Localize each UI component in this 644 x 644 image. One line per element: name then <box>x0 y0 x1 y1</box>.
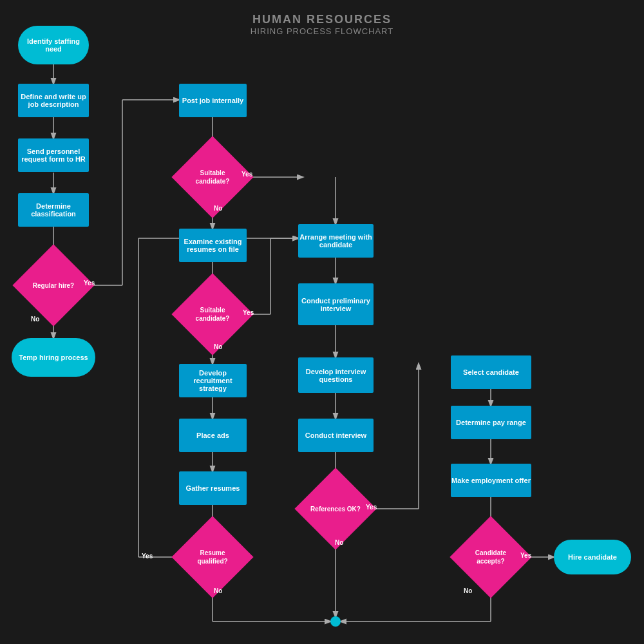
conduct-interview-node: Conduct interview <box>298 419 374 452</box>
identify-staffing-node: Identify staffing need <box>18 26 89 64</box>
gather-resumes-node: Gather resumes <box>179 471 247 505</box>
candidate-yes-label: Yes <box>520 552 531 559</box>
suitable-candidate2-node: Suitable candidate? <box>184 285 242 343</box>
references-ok-node: References OK? <box>307 480 365 538</box>
hire-candidate-node: Hire candidate <box>554 540 631 574</box>
candidate-accepts-node: Candidate accepts? <box>462 528 520 586</box>
regular-hire-no-label: No <box>31 316 39 323</box>
develop-recruitment-node: Develop recruitment strategy <box>179 364 247 397</box>
title-area: HUMAN RESOURCES HIRING PROCESS FLOWCHART <box>0 13 644 36</box>
main-title: HUMAN RESOURCES <box>0 13 644 26</box>
define-write-node: Define and write up job description <box>18 84 89 117</box>
determine-pay-node: Determine pay range <box>451 406 531 439</box>
resume-qualified-node: Resume qualified? <box>184 528 242 586</box>
post-job-node: Post job internally <box>179 84 247 117</box>
suitable-candidate1-node: Suitable candidate? <box>184 148 242 206</box>
sub-title: HIRING PROCESS FLOWCHART <box>0 26 644 36</box>
select-candidate-node: Select candidate <box>451 355 531 389</box>
regular-hire-node: Regular hire? <box>24 256 82 314</box>
regular-hire-yes-label: Yes <box>84 279 95 287</box>
conduct-preliminary-node: Conduct preliminary interview <box>298 283 374 325</box>
develop-interview-q-node: Develop interview questions <box>298 357 374 393</box>
arrange-meeting-node: Arrange meeting with candidate <box>298 224 374 258</box>
candidate-no-label: No <box>464 587 472 594</box>
determine-class-node: Determine classification <box>18 193 89 227</box>
bottom-connector <box>330 616 341 627</box>
resume-no-label: No <box>214 587 222 594</box>
flowchart: HUMAN RESOURCES HIRING PROCESS FLOWCHART <box>0 0 644 644</box>
send-personnel-node: Send personnel request form to HR <box>18 138 89 172</box>
temp-hiring-node: Temp hiring process <box>12 338 95 377</box>
suitable2-no-label: No <box>214 343 222 350</box>
make-offer-node: Make employment offer <box>451 464 531 497</box>
references-yes-label: Yes <box>366 504 377 511</box>
resume-yes-label: Yes <box>142 553 153 560</box>
examine-resumes-node: Examine existing resumes on file <box>179 229 247 262</box>
place-ads-node: Place ads <box>179 419 247 452</box>
suitable2-yes-label: Yes <box>243 309 254 316</box>
suitable1-no-label: No <box>214 205 222 212</box>
suitable1-yes-label: Yes <box>242 171 252 178</box>
references-no-label: No <box>335 539 343 546</box>
